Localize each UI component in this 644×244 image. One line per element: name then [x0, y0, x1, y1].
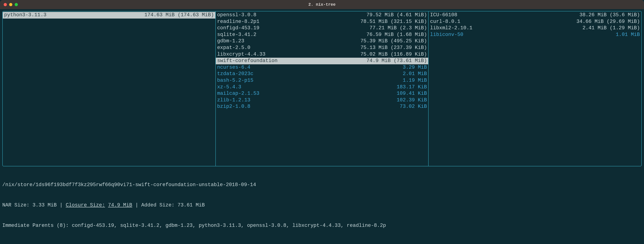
nar-size-label: NAR Size:	[2, 202, 30, 208]
package-size: 2.41 MiB (1.29 MiB)	[582, 25, 640, 32]
package-name: readline-8.2p1	[217, 18, 260, 25]
list-item[interactable]: swift-corefoundation74.9 MiB (73.61 MiB)	[216, 58, 428, 64]
package-name: tzdata-2023c	[217, 71, 253, 77]
list-item[interactable]: sqlite-3.41.276.59 MiB (1.68 MiB)	[216, 32, 428, 38]
list-item[interactable]: expat-2.5.075.13 MiB (237.39 KiB)	[216, 45, 428, 51]
list-item[interactable]: ncurses-6.43.29 MiB	[216, 64, 428, 71]
list-item[interactable]: openssl-3.0.879.52 MiB (4.61 MiB)	[216, 12, 428, 18]
list-item[interactable]: libiconv-501.01 MiB	[429, 32, 641, 38]
package-name: expat-2.5.0	[217, 45, 250, 51]
package-name: configd-453.19	[217, 25, 260, 32]
list-item[interactable]: libxml2-2.10.12.41 MiB (1.29 MiB)	[429, 25, 641, 32]
package-name: libiconv-50	[430, 32, 463, 38]
package-size: 75.39 MiB (495.25 KiB)	[360, 38, 427, 45]
package-name: libxcrypt-4.4.33	[217, 51, 266, 58]
list-item[interactable]: tzdata-2023c2.01 MiB	[216, 71, 428, 77]
package-name: sqlite-3.41.2	[217, 32, 256, 38]
titlebar: 2. nix-tree	[0, 0, 644, 9]
package-size: 2.01 MiB	[403, 71, 427, 77]
status-footer: /nix/store/1ds96f193bdf7f3kz295rwf66q90v…	[2, 166, 642, 243]
package-size: 79.52 MiB (4.61 MiB)	[366, 12, 427, 18]
traffic-lights	[4, 3, 18, 6]
package-name: swift-corefoundation	[217, 58, 278, 64]
list-item[interactable]: bash-5.2-p151.19 MiB	[216, 77, 428, 84]
zoom-icon[interactable]	[15, 3, 18, 6]
package-size: 1.19 MiB	[403, 77, 427, 84]
package-size: 78.51 MiB (321.15 KiB)	[360, 18, 427, 25]
package-name: mailcap-2.1.53	[217, 90, 260, 97]
added-size-value: 73.61 MiB	[178, 202, 205, 208]
nar-size-value: 3.33 MiB	[32, 202, 57, 208]
package-size: 34.66 MiB (29.69 MiB)	[576, 18, 640, 25]
window-title: 2. nix-tree	[0, 2, 644, 7]
minimize-icon[interactable]	[9, 3, 12, 6]
list-item[interactable]: curl-8.0.134.66 MiB (29.69 MiB)	[429, 18, 641, 25]
pane-1[interactable]: openssl-3.0.879.52 MiB (4.61 MiB)readlin…	[215, 12, 428, 166]
package-name: python3-3.11.3	[4, 12, 46, 18]
size-line: NAR Size: 3.33 MiB | Closure Size: 74.9 …	[2, 202, 642, 209]
list-item[interactable]: ICU-6610838.26 MiB (35.6 MiB)	[429, 12, 641, 18]
package-size: 102.39 KiB	[396, 97, 427, 104]
package-name: gdbm-1.23	[217, 38, 244, 45]
dependency-panes: python3-3.11.3174.63 MiB (174.63 MiB)ope…	[2, 11, 642, 166]
package-name: libxml2-2.10.1	[430, 25, 472, 32]
package-size: 75.02 MiB (116.89 KiB)	[360, 51, 427, 58]
package-name: zlib-1.2.13	[217, 97, 250, 104]
terminal-content: python3-3.11.3174.63 MiB (174.63 MiB)ope…	[0, 9, 644, 244]
package-name: bzip2-1.0.8	[217, 104, 250, 110]
list-item[interactable]: mailcap-2.1.53109.41 KiB	[216, 90, 428, 97]
list-item[interactable]: bzip2-1.0.873.02 KiB	[216, 104, 428, 110]
list-item[interactable]: gdbm-1.2375.39 MiB (495.25 KiB)	[216, 38, 428, 45]
close-icon[interactable]	[4, 3, 7, 6]
list-item[interactable]: configd-453.1977.21 MiB (2.3 MiB)	[216, 25, 428, 32]
closure-size-value: 74.9 MiB	[108, 202, 132, 208]
package-name: curl-8.0.1	[430, 18, 460, 25]
package-name: xz-5.4.3	[217, 84, 242, 91]
package-size: 38.26 MiB (35.6 MiB)	[580, 12, 640, 18]
package-size: 77.21 MiB (2.3 MiB)	[370, 25, 427, 32]
package-name: ICU-66108	[430, 12, 457, 18]
package-size: 1.01 MiB	[616, 32, 640, 38]
package-size: 75.13 MiB (237.39 KiB)	[360, 45, 427, 51]
parents-value: configd-453.19, sqlite-3.41.2, gdbm-1.23…	[72, 223, 386, 228]
pane-0[interactable]: python3-3.11.3174.63 MiB (174.63 MiB)	[3, 12, 215, 166]
list-item[interactable]: libxcrypt-4.4.3375.02 MiB (116.89 KiB)	[216, 51, 428, 58]
closure-size-label: Closure Size:	[66, 202, 105, 208]
pane-2[interactable]: ICU-6610838.26 MiB (35.6 MiB)curl-8.0.13…	[428, 12, 641, 166]
list-item[interactable]: readline-8.2p178.51 MiB (321.15 KiB)	[216, 18, 428, 25]
added-size-label: Added Size:	[141, 202, 174, 208]
store-path: /nix/store/1ds96f193bdf7f3kz295rwf66q90v…	[2, 182, 642, 188]
package-name: bash-5.2-p15	[217, 77, 253, 84]
package-size: 183.17 KiB	[396, 84, 427, 91]
package-size: 3.29 MiB	[403, 64, 427, 71]
parents-line: Immediate Parents (8): configd-453.19, s…	[2, 222, 642, 229]
list-item[interactable]: python3-3.11.3174.63 MiB (174.63 MiB)	[3, 12, 215, 18]
package-size: 73.02 KiB	[400, 104, 427, 110]
package-size: 109.41 KiB	[396, 90, 427, 97]
parents-label: Immediate Parents (8):	[2, 223, 69, 228]
package-name: ncurses-6.4	[217, 64, 250, 71]
package-size: 74.9 MiB (73.61 MiB)	[366, 58, 427, 64]
package-size: 174.63 MiB (174.63 MiB)	[144, 12, 214, 18]
list-item[interactable]: xz-5.4.3183.17 KiB	[216, 84, 428, 91]
package-name: openssl-3.0.8	[217, 12, 256, 18]
list-item[interactable]: zlib-1.2.13102.39 KiB	[216, 97, 428, 104]
package-size: 76.59 MiB (1.68 MiB)	[366, 32, 427, 38]
terminal-window: 2. nix-tree python3-3.11.3174.63 MiB (17…	[0, 0, 644, 244]
